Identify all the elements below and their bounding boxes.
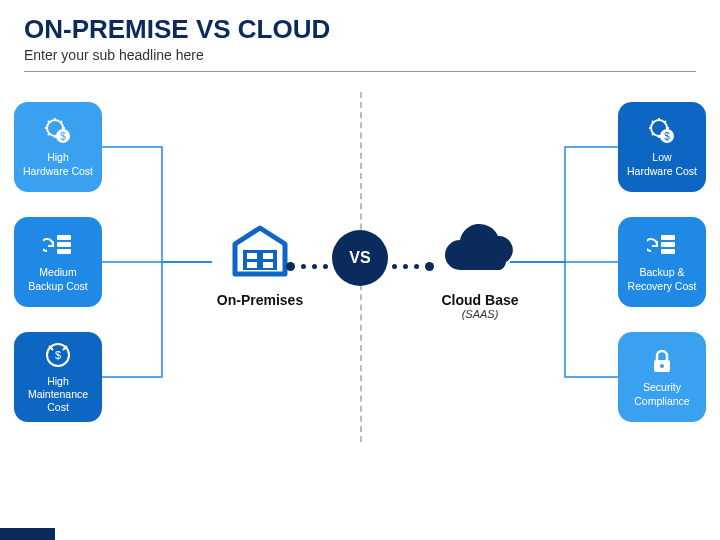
gear-money-icon: $	[43, 116, 73, 146]
svg-text:$: $	[664, 131, 670, 142]
svg-rect-3	[57, 235, 71, 240]
card-low-hardware: $ Low Hardware Cost	[618, 102, 706, 192]
svg-rect-5	[57, 249, 71, 254]
building-icon	[225, 222, 295, 282]
cloud-icon	[435, 222, 525, 282]
svg-rect-10	[263, 253, 273, 259]
server-backup-icon	[43, 231, 73, 261]
server-backup-icon	[647, 231, 677, 261]
card-label: Security Compliance	[634, 381, 689, 407]
card-label: High Hardware Cost	[23, 151, 93, 177]
cloud-block: Cloud Base (SAAS)	[420, 222, 540, 320]
card-label: Low Hardware Cost	[627, 151, 697, 177]
card-medium-backup: Medium Backup Cost	[14, 217, 102, 307]
card-high-maintenance: $ High Maintenance Cost	[14, 332, 102, 422]
cloud-label: Cloud Base	[420, 292, 540, 308]
svg-rect-12	[263, 262, 273, 268]
svg-rect-4	[57, 242, 71, 247]
card-backup-recovery: Backup & Recovery Cost	[618, 217, 706, 307]
cloud-sublabel: (SAAS)	[420, 308, 540, 320]
vs-badge: VS	[332, 230, 388, 286]
svg-text:$: $	[60, 131, 66, 142]
page-subtitle: Enter your sub headline here	[24, 47, 696, 63]
card-label: Backup & Recovery Cost	[628, 266, 697, 292]
svg-text:$: $	[55, 349, 61, 361]
svg-rect-11	[247, 262, 257, 268]
card-label: High Maintenance Cost	[28, 375, 88, 414]
svg-rect-17	[661, 242, 675, 247]
page-title: ON-PREMISE VS CLOUD	[24, 14, 696, 45]
on-premises-label: On-Premises	[200, 292, 320, 308]
svg-rect-9	[247, 253, 257, 259]
footer-accent	[0, 528, 55, 540]
svg-rect-18	[661, 249, 675, 254]
gear-money-icon: $	[647, 116, 677, 146]
svg-point-20	[660, 364, 664, 368]
lock-icon	[647, 346, 677, 376]
card-label: Medium Backup Cost	[28, 266, 88, 292]
dots-left	[283, 257, 331, 259]
card-security-compliance: Security Compliance	[618, 332, 706, 422]
svg-rect-16	[661, 235, 675, 240]
diagram-canvas: $ High Hardware Cost Medium Backup Cost …	[0, 72, 720, 532]
card-high-hardware: $ High Hardware Cost	[14, 102, 102, 192]
maintenance-cost-icon: $	[43, 340, 73, 370]
